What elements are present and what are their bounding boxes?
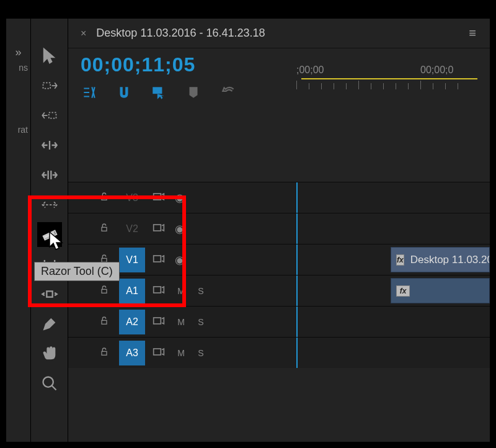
collapsed-panel-stub: » ns rat <box>6 19 31 442</box>
pen-tool[interactable] <box>37 311 62 336</box>
track-label[interactable]: V2 <box>119 217 145 241</box>
close-tab-button[interactable]: × <box>81 28 86 39</box>
panel-menu-icon[interactable]: ≡ <box>469 26 477 40</box>
svg-rect-1 <box>48 112 56 118</box>
solo-toggle[interactable]: S <box>195 317 207 327</box>
lock-track-icon[interactable] <box>99 192 112 204</box>
svg-rect-16 <box>154 318 161 324</box>
audio-clip[interactable]: fx <box>391 278 490 303</box>
fx-badge-icon[interactable]: fx <box>396 254 404 266</box>
selection-tool[interactable] <box>37 43 62 68</box>
mute-toggle[interactable]: M <box>175 348 187 358</box>
track-label[interactable]: A2 <box>119 310 145 334</box>
eye-icon[interactable]: ◉ <box>175 222 185 236</box>
lock-track-icon[interactable] <box>99 347 112 359</box>
toggle-output-icon[interactable] <box>153 192 167 204</box>
svg-point-5 <box>43 377 53 387</box>
rate-stretch-tool[interactable] <box>37 192 62 217</box>
svg-rect-17 <box>102 351 107 355</box>
video-clip[interactable]: fx Desktop 11.03.20 <box>391 247 490 272</box>
video-track-row[interactable]: V1 ◉ fx Desktop 11.03.20 <box>68 244 490 275</box>
current-timecode[interactable]: 00;00;11;05 <box>81 53 291 76</box>
mute-toggle[interactable]: M <box>175 317 187 327</box>
svg-rect-13 <box>102 289 107 293</box>
toggle-output-icon[interactable] <box>153 285 167 297</box>
slide-tool[interactable] <box>37 282 62 307</box>
ripple-edit-tool[interactable] <box>37 133 62 158</box>
add-marker-button[interactable] <box>185 84 202 101</box>
panel-stub-text: rat <box>6 123 30 136</box>
linked-selection-toggle[interactable] <box>150 84 167 101</box>
track-label[interactable]: V3 <box>119 186 145 210</box>
video-track-row[interactable]: V2 ◉ <box>68 213 490 244</box>
svg-rect-0 <box>43 83 50 88</box>
toggle-output-icon[interactable] <box>153 254 167 266</box>
audio-track-row[interactable]: A1 M S fx <box>68 275 490 306</box>
nest-sequence-toggle[interactable] <box>81 84 98 101</box>
ruler-label: ;00;00 <box>296 65 420 76</box>
audio-track-row[interactable]: A2 M S <box>68 306 490 337</box>
hand-tool[interactable] <box>37 341 62 366</box>
track-area: V3 ◉ V2 ◉ V1 <box>68 182 490 368</box>
svg-rect-7 <box>102 196 107 200</box>
svg-rect-18 <box>154 349 161 355</box>
sequence-title[interactable]: Desktop 11.03.2016 - 16.41.23.18 <box>96 27 265 40</box>
expand-panel-icon[interactable]: » <box>6 43 30 61</box>
track-label[interactable]: A1 <box>119 279 145 303</box>
track-select-backward-tool[interactable] <box>37 103 62 128</box>
lock-track-icon[interactable] <box>99 285 112 297</box>
svg-rect-9 <box>102 227 107 231</box>
svg-rect-8 <box>154 194 161 200</box>
solo-toggle[interactable]: S <box>195 348 207 358</box>
panel-stub-text: ns <box>6 61 30 74</box>
razor-tool[interactable] <box>37 222 62 247</box>
lock-track-icon[interactable] <box>99 316 112 328</box>
track-select-forward-tool[interactable] <box>37 73 62 98</box>
eye-icon[interactable]: ◉ <box>175 191 185 205</box>
lock-track-icon[interactable] <box>99 223 112 235</box>
tool-tooltip: Razor Tool (C) <box>34 262 120 281</box>
rolling-edit-tool[interactable] <box>37 163 62 187</box>
tool-palette <box>31 19 68 442</box>
time-ruler[interactable]: ;00;00 00;00;0 <box>291 53 477 89</box>
toggle-output-icon[interactable] <box>153 347 167 359</box>
svg-rect-15 <box>102 320 107 324</box>
svg-rect-10 <box>154 225 161 231</box>
svg-rect-6 <box>153 87 162 94</box>
sequence-tab-bar: × Desktop 11.03.2016 - 16.41.23.18 ≡ <box>68 19 490 48</box>
svg-rect-14 <box>154 287 161 293</box>
svg-rect-12 <box>154 256 161 262</box>
fx-badge-icon[interactable]: fx <box>396 285 410 297</box>
video-track-row[interactable]: V3 ◉ <box>68 182 490 213</box>
mute-toggle[interactable]: M <box>175 286 187 296</box>
timeline-settings-button[interactable] <box>219 84 237 101</box>
solo-toggle[interactable]: S <box>195 286 207 296</box>
eye-icon[interactable]: ◉ <box>175 253 185 267</box>
toggle-output-icon[interactable] <box>153 223 167 235</box>
svg-rect-4 <box>46 291 52 297</box>
snap-toggle[interactable] <box>115 84 133 101</box>
track-label[interactable]: A3 <box>119 341 145 365</box>
toggle-output-icon[interactable] <box>153 316 167 328</box>
timeline-panel: × Desktop 11.03.2016 - 16.41.23.18 ≡ 00;… <box>68 19 490 442</box>
svg-rect-11 <box>102 258 107 262</box>
zoom-tool[interactable] <box>37 371 62 396</box>
clip-name: Desktop 11.03.20 <box>410 254 490 266</box>
playhead-indicator[interactable] <box>301 78 477 79</box>
audio-track-row[interactable]: A3 M S <box>68 337 490 368</box>
track-label[interactable]: V1 <box>119 248 145 272</box>
ruler-label: 00;00;0 <box>420 65 453 76</box>
